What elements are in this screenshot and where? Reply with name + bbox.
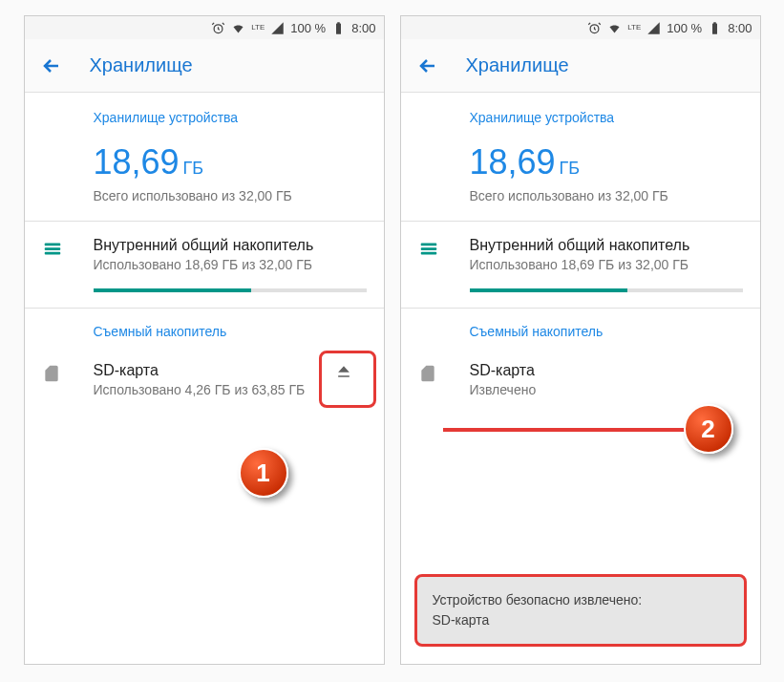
status-bar: LTE 100 % 8:00 [25,16,384,39]
progress-fill [470,288,628,292]
battery-icon [331,21,346,35]
storage-value-row: 18,69ГБ [94,142,367,182]
storage-icon [418,237,470,264]
sd-title: SD-карта [470,362,743,379]
clock-text: 8:00 [728,21,752,35]
back-icon[interactable] [416,54,439,77]
toast-line1: Устройство безопасно извлечено: [433,590,729,610]
clock-text: 8:00 [351,21,375,35]
device-storage-header: Хранилище устройства [470,110,743,125]
svg-rect-5 [420,244,436,246]
storage-icon [42,237,94,264]
progress-fill [94,288,252,292]
removable-header: Съемный накопитель [470,324,743,339]
sd-icon [418,362,470,387]
cell-icon [646,21,661,35]
removable-section: Съемный накопитель [401,309,760,347]
app-bar: Хранилище [25,39,384,93]
back-icon[interactable] [40,54,63,77]
sd-sub: Использовано 4,26 ГБ из 63,85 ГБ [94,381,321,400]
svg-rect-7 [420,252,436,255]
internal-progress [94,288,367,292]
app-bar: Хранилище [401,39,760,93]
battery-text: 100 % [667,21,702,35]
sd-title: SD-карта [94,362,321,379]
removable-section: Съемный накопитель [25,309,384,347]
callout-2: 2 [684,404,733,454]
svg-rect-2 [44,247,60,250]
sd-card-row[interactable]: SD-карта Использовано 4,26 ГБ из 63,85 Г… [25,347,384,416]
callout-1: 1 [239,448,288,498]
internal-sub: Использовано 18,69 ГБ из 32,00 ГБ [94,256,367,275]
internal-storage-row[interactable]: Внутренний общий накопитель Использовано… [401,222,760,308]
device-storage-header: Хранилище устройства [94,110,367,125]
sd-info: SD-карта Использовано 4,26 ГБ из 63,85 Г… [94,362,321,400]
svg-rect-6 [420,247,436,250]
toast: Устройство безопасно извлечено: SD-карта [414,574,747,647]
storage-sub: Всего использовано из 32,00 ГБ [94,188,367,203]
alarm-icon [211,21,225,35]
removable-header: Съемный накопитель [94,324,367,339]
svg-rect-3 [44,252,60,255]
signal-label: LTE [251,24,265,32]
internal-progress [470,288,743,292]
internal-info: Внутренний общий накопитель Использовано… [470,237,743,292]
storage-value: 18,69 [470,142,556,181]
wifi-icon [231,21,245,35]
storage-value-row: 18,69ГБ [470,142,743,182]
battery-icon [708,21,722,35]
toast-line2: SD-карта [433,610,729,630]
internal-storage-row[interactable]: Внутренний общий накопитель Использовано… [25,222,384,308]
page-title: Хранилище [90,54,193,76]
alarm-icon [587,21,602,35]
phone-left: LTE 100 % 8:00 Хранилище Хранилище устро… [24,15,385,665]
page-title: Хранилище [466,54,569,76]
sd-sub: Извлечено [470,381,743,400]
device-storage-section: Хранилище устройства 18,69ГБ Всего испол… [25,93,384,221]
device-storage-section: Хранилище устройства 18,69ГБ Всего испол… [401,93,760,221]
phone-right: LTE 100 % 8:00 Хранилище Хранилище устро… [400,15,761,665]
eject-icon [334,362,353,381]
storage-unit: ГБ [560,159,581,178]
eject-button[interactable] [321,362,367,381]
storage-sub: Всего использовано из 32,00 ГБ [470,188,743,203]
sd-info: SD-карта Извлечено [470,362,743,400]
internal-title: Внутренний общий накопитель [470,237,743,254]
battery-text: 100 % [290,21,326,35]
signal-label: LTE [627,24,641,32]
internal-title: Внутренний общий накопитель [94,237,367,254]
status-bar: LTE 100 % 8:00 [401,16,760,39]
wifi-icon [607,21,622,35]
sd-icon [42,362,94,387]
storage-unit: ГБ [183,159,204,178]
cell-icon [270,21,285,35]
internal-info: Внутренний общий накопитель Использовано… [94,237,367,292]
storage-value: 18,69 [94,142,180,181]
svg-rect-1 [44,244,60,246]
internal-sub: Использовано 18,69 ГБ из 32,00 ГБ [470,256,743,275]
annotation-line [443,428,688,432]
